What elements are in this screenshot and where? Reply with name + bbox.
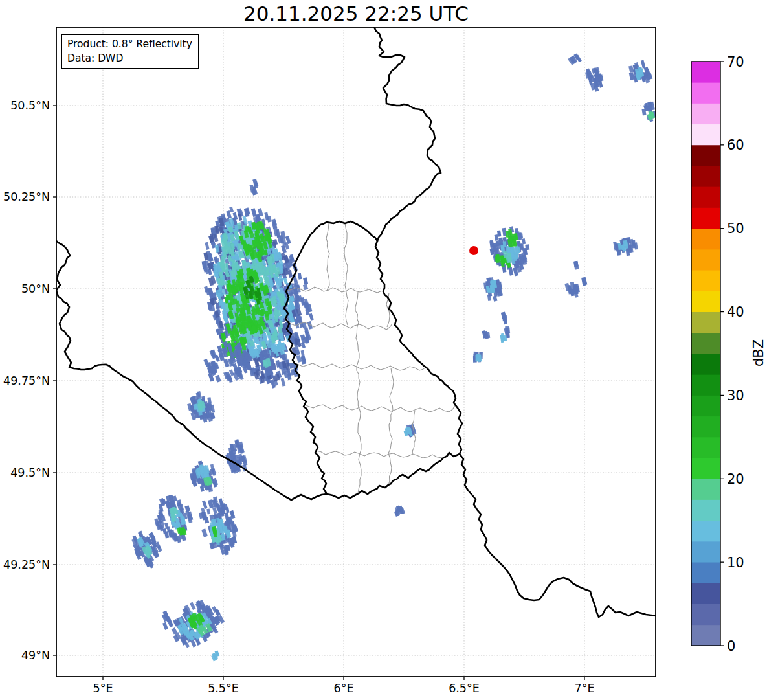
- echo-cell: [229, 207, 234, 212]
- echo-cell: [204, 286, 208, 293]
- colorbar-segment: [691, 311, 720, 333]
- axis-ticks-and-labels: 5°E5.5°E6°E6.5°E7°E50.5°N50.25°N50°N49.7…: [3, 99, 594, 695]
- radar-site-marker: [469, 246, 478, 255]
- colorbar-tick-label: 10: [727, 555, 744, 570]
- colorbar-segment: [691, 354, 720, 375]
- y-tick-label: 49.25°N: [3, 558, 50, 571]
- border-belgium-germany: [374, 27, 441, 241]
- colorbar-tick-label: 50: [727, 221, 744, 236]
- echo-cell: [307, 321, 313, 330]
- echo-cell: [518, 254, 523, 260]
- y-tick-label: 50°N: [21, 282, 50, 295]
- y-tick-label: 49°N: [21, 649, 50, 662]
- echo-cell: [201, 528, 208, 537]
- echo-cell: [502, 315, 507, 321]
- echo-cell: [298, 273, 302, 279]
- colorbar-segment: [691, 583, 720, 604]
- echo-cell: [202, 500, 208, 509]
- canton-border-line: [287, 287, 384, 293]
- y-tick-label: 49.5°N: [10, 466, 50, 479]
- echo-cell: [506, 327, 510, 333]
- colorbar: 010203040506070: [691, 54, 744, 654]
- colorbar-segment: [691, 82, 720, 104]
- border-france-germany: [460, 454, 656, 617]
- echo-cell: [489, 241, 495, 249]
- colorbar-tick-label: 70: [727, 54, 744, 70]
- colorbar-segment: [691, 499, 720, 521]
- echo-cell: [296, 355, 302, 363]
- colorbar-tick-label: 20: [727, 471, 744, 487]
- echo-cell: [205, 242, 209, 250]
- colorbar-segment: [691, 103, 720, 124]
- radar-map-canvas: 5°E5.5°E6°E6.5°E7°E50.5°N50.25°N50°N49.7…: [0, 0, 778, 700]
- colorbar-segment: [691, 332, 720, 354]
- colorbar-segment: [691, 520, 720, 541]
- canton-border-line: [344, 223, 348, 325]
- echo-cell: [301, 356, 306, 365]
- echo-cell: [303, 277, 308, 284]
- colorbar-segment: [691, 228, 720, 249]
- echo-cell: [281, 378, 286, 386]
- echo-cell: [475, 355, 479, 361]
- luxembourg-canton-borders: [287, 223, 455, 493]
- colorbar-segment: [691, 186, 720, 208]
- colorbar-tick-label: 40: [727, 304, 744, 320]
- echo-cell: [184, 505, 190, 512]
- info-box: Product: 0.8° Reflectivity Data: DWD: [61, 34, 199, 69]
- echo-cell: [634, 242, 638, 249]
- echo-cell: [187, 403, 192, 411]
- echo-cell: [283, 278, 288, 285]
- colorbar-segment: [691, 479, 720, 500]
- echo-cell: [267, 216, 272, 223]
- echo-cell: [628, 65, 634, 73]
- canton-border-line: [304, 404, 455, 412]
- echo-cell: [287, 373, 291, 380]
- canton-border-line: [293, 363, 426, 370]
- echo-cell: [206, 508, 210, 514]
- x-tick-label: 5°E: [93, 682, 113, 695]
- echo-cell: [613, 242, 617, 251]
- echo-cell: [162, 622, 168, 630]
- country-borders: [56, 27, 656, 617]
- info-data-line: Data: DWD: [67, 51, 192, 65]
- colorbar-segment: [691, 416, 720, 437]
- colorbar-tick-label: 0: [727, 638, 735, 654]
- radar-site-dot: [469, 246, 478, 255]
- echo-cell: [623, 240, 628, 247]
- canton-border-line: [388, 368, 394, 486]
- colorbar-segment: [691, 562, 720, 583]
- canton-border-line: [355, 292, 361, 493]
- colorbar-segment: [691, 436, 720, 458]
- echo-cell: [252, 179, 258, 187]
- echo-cell: [190, 602, 196, 610]
- colorbar-unit-label: dBZ: [750, 330, 767, 376]
- x-tick-label: 7°E: [575, 682, 595, 695]
- colorbar-segment: [691, 166, 720, 187]
- colorbar-segment: [691, 541, 720, 563]
- x-tick-label: 5.5°E: [208, 682, 239, 695]
- info-product-line: Product: 0.8° Reflectivity: [67, 37, 192, 51]
- echo-cell: [508, 267, 513, 276]
- colorbar-segment: [691, 374, 720, 396]
- y-tick-label: 50.5°N: [10, 99, 50, 112]
- colorbar-segment: [691, 291, 720, 312]
- x-tick-label: 6°E: [334, 682, 354, 695]
- colorbar-segment: [691, 124, 720, 145]
- radar-echoes: [131, 53, 658, 661]
- colorbar-segment: [691, 458, 720, 479]
- radar-figure: 20.11.2025 22:25 UTC 5°E5.5°E6°E6.5°E7°E…: [0, 0, 778, 700]
- colorbar-segment: [691, 624, 720, 646]
- canton-border-line: [326, 223, 329, 291]
- echo-cell: [502, 335, 507, 342]
- colorbar-segment: [691, 249, 720, 271]
- colorbar-segment: [691, 395, 720, 416]
- colorbar-tick-label: 30: [727, 388, 744, 403]
- y-tick-label: 50.25°N: [3, 190, 50, 203]
- canton-border-line: [316, 451, 450, 458]
- echo-cell: [303, 284, 308, 290]
- echo-cell: [215, 375, 221, 383]
- x-tick-label: 6.5°E: [449, 682, 480, 695]
- echo-cell: [300, 297, 306, 306]
- colorbar-segment: [691, 144, 720, 166]
- echo-cell: [273, 227, 278, 236]
